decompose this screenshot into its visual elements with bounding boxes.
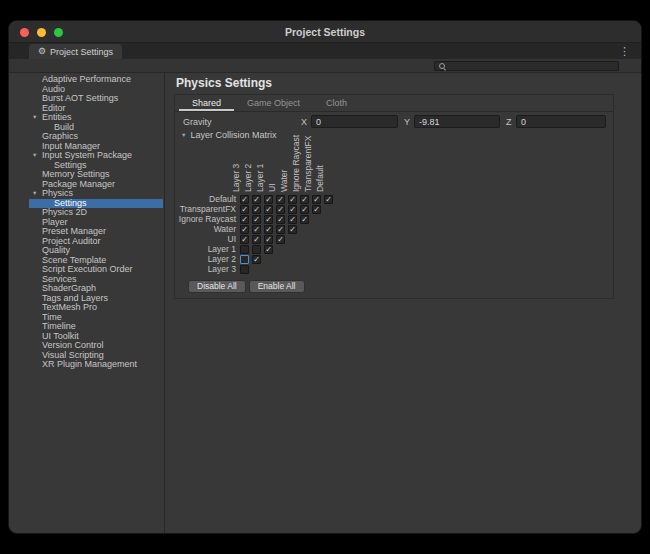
sidebar-item-input-system-package[interactable]: ▼Input System Package — [29, 151, 163, 161]
zoom-button[interactable] — [54, 28, 63, 37]
collision-checkbox-ui-x-layer-3[interactable]: ✓ — [240, 235, 249, 244]
sidebar-item-label: Settings — [54, 199, 87, 208]
sidebar-item-label: Script Execution Order — [42, 265, 133, 274]
collision-checkbox-default-x-layer-3[interactable]: ✓ — [240, 195, 249, 204]
sidebar-item-project-auditor[interactable]: Project Auditor — [29, 237, 163, 247]
sidebar-item-ui-toolkit[interactable]: UI Toolkit — [29, 332, 163, 342]
sidebar-item-shadergraph[interactable]: ShaderGraph — [29, 284, 163, 294]
sidebar-item-label: Quality — [42, 246, 70, 255]
sidebar-item-label: Physics — [42, 189, 73, 198]
enable-all-button[interactable]: Enable All — [249, 280, 305, 293]
collision-checkbox-default-x-ui[interactable]: ✓ — [276, 195, 285, 204]
sidebar-item-label: Time — [42, 313, 62, 322]
collision-checkbox-transparentfx-x-layer-1[interactable]: ✓ — [264, 205, 273, 214]
collision-checkbox-layer-3-x-layer-3[interactable] — [240, 265, 249, 274]
sidebar-item-label: Entities — [42, 113, 72, 122]
matrix-row-layer-3: Layer 3 — [175, 264, 236, 274]
collision-checkbox-default-x-default[interactable]: ✓ — [324, 195, 333, 204]
matrix-rows: Default✓✓✓✓✓✓✓✓TransparentFX✓✓✓✓✓✓✓Ignor… — [175, 95, 613, 298]
collision-checkbox-ui-x-ui[interactable]: ✓ — [276, 235, 285, 244]
collision-checkbox-ignore-raycast-x-ui[interactable]: ✓ — [276, 215, 285, 224]
search-icon — [438, 62, 446, 70]
sidebar-item-physics-settings[interactable]: Settings — [29, 199, 163, 209]
sidebar-item-time[interactable]: Time — [29, 313, 163, 323]
sidebar-item-physics-2d[interactable]: Physics 2D — [29, 208, 163, 218]
collision-checkbox-layer-2-x-layer-3[interactable] — [240, 255, 249, 264]
collision-checkbox-default-x-ignore-raycast[interactable]: ✓ — [300, 195, 309, 204]
matrix-row-layer-2: Layer 2 — [175, 254, 236, 264]
collision-checkbox-water-x-layer-1[interactable]: ✓ — [264, 225, 273, 234]
sidebar-item-label: Input System Package — [42, 151, 132, 160]
collision-checkbox-water-x-ui[interactable]: ✓ — [276, 225, 285, 234]
collision-checkbox-transparentfx-x-layer-2[interactable]: ✓ — [252, 205, 261, 214]
collision-checkbox-default-x-layer-2[interactable]: ✓ — [252, 195, 261, 204]
sidebar-item-version-control[interactable]: Version Control — [29, 341, 163, 351]
collision-checkbox-ignore-raycast-x-layer-1[interactable]: ✓ — [264, 215, 273, 224]
collision-checkbox-transparentfx-x-ignore-raycast[interactable]: ✓ — [300, 205, 309, 214]
sidebar-item-services[interactable]: Services — [29, 275, 163, 285]
sidebar-item-player[interactable]: Player — [29, 218, 163, 228]
collision-checkbox-transparentfx-x-ui[interactable]: ✓ — [276, 205, 285, 214]
collision-checkbox-ui-x-layer-1[interactable]: ✓ — [264, 235, 273, 244]
kebab-menu-icon[interactable]: ⋮ — [619, 45, 630, 58]
sidebar-item-input-manager[interactable]: Input Manager — [29, 142, 163, 152]
collision-checkbox-transparentfx-x-layer-3[interactable]: ✓ — [240, 205, 249, 214]
sidebar-item-input-system-package-settings[interactable]: Settings — [29, 161, 163, 171]
collision-checkbox-water-x-water[interactable]: ✓ — [288, 225, 297, 234]
collision-checkbox-ignore-raycast-x-water[interactable]: ✓ — [288, 215, 297, 224]
sidebar-item-script-execution-order[interactable]: Script Execution Order — [29, 265, 163, 275]
collision-checkbox-ignore-raycast-x-layer-2[interactable]: ✓ — [252, 215, 261, 224]
collision-checkbox-layer-2-x-layer-2[interactable]: ✓ — [252, 255, 261, 264]
collision-checkbox-layer-1-x-layer-1[interactable]: ✓ — [264, 245, 273, 254]
foldout-arrow-icon[interactable]: ▼ — [32, 189, 37, 199]
minimize-button[interactable] — [37, 28, 46, 37]
collision-checkbox-ignore-raycast-x-ignore-raycast[interactable]: ✓ — [300, 215, 309, 224]
project-settings-tab[interactable]: ⚙ Project Settings — [29, 44, 122, 59]
collision-checkbox-water-x-layer-3[interactable]: ✓ — [240, 225, 249, 234]
collision-checkbox-layer-1-x-layer-3[interactable] — [240, 245, 249, 254]
foldout-arrow-icon[interactable]: ▼ — [32, 113, 37, 123]
sidebar-item-quality[interactable]: Quality — [29, 246, 163, 256]
collision-checkbox-transparentfx-x-water[interactable]: ✓ — [288, 205, 297, 214]
disable-all-button[interactable]: Disable All — [188, 280, 246, 293]
collision-checkbox-default-x-water[interactable]: ✓ — [288, 195, 297, 204]
sidebar-item-textmesh-pro[interactable]: TextMesh Pro — [29, 303, 163, 313]
sidebar-item-package-manager[interactable]: Package Manager — [29, 180, 163, 190]
collision-checkbox-ignore-raycast-x-layer-3[interactable]: ✓ — [240, 215, 249, 224]
sidebar-item-label: Physics 2D — [42, 208, 87, 217]
sidebar-item-preset-manager[interactable]: Preset Manager — [29, 227, 163, 237]
sidebar-item-label: Graphics — [42, 132, 78, 141]
sidebar-item-graphics[interactable]: Graphics — [29, 132, 163, 142]
sidebar-item-label: Memory Settings — [42, 170, 110, 179]
physics-settings-box: SharedGame ObjectCloth Gravity X Y Z ▼ L… — [174, 94, 614, 299]
sidebar-item-adaptive-performance[interactable]: Adaptive Performance — [29, 75, 163, 85]
collision-checkbox-default-x-layer-1[interactable]: ✓ — [264, 195, 273, 204]
sidebar-item-label: Adaptive Performance — [42, 75, 131, 84]
sidebar-item-timeline[interactable]: Timeline — [29, 322, 163, 332]
search-field[interactable] — [434, 61, 619, 71]
collision-checkbox-default-x-transparentfx[interactable]: ✓ — [312, 195, 321, 204]
sidebar-item-editor[interactable]: Editor — [29, 104, 163, 114]
sidebar-item-tags-and-layers[interactable]: Tags and Layers — [29, 294, 163, 304]
sidebar-item-memory-settings[interactable]: Memory Settings — [29, 170, 163, 180]
sidebar-item-audio[interactable]: Audio — [29, 85, 163, 95]
collision-checkbox-layer-1-x-layer-2[interactable] — [252, 245, 261, 254]
sidebar-item-label: Player — [42, 218, 68, 227]
sidebar-item-scene-template[interactable]: Scene Template — [29, 256, 163, 266]
sidebar-item-label: Audio — [42, 85, 65, 94]
sidebar-item-label: Settings — [54, 161, 87, 170]
collision-checkbox-water-x-layer-2[interactable]: ✓ — [252, 225, 261, 234]
project-settings-tab-label: Project Settings — [50, 47, 113, 57]
search-input[interactable] — [449, 61, 615, 71]
sidebar-item-label: Editor — [42, 104, 66, 113]
sidebar-item-xr-plugin-management[interactable]: XR Plugin Management — [29, 360, 163, 370]
collision-checkbox-transparentfx-x-transparentfx[interactable]: ✓ — [312, 205, 321, 214]
sidebar-item-visual-scripting[interactable]: Visual Scripting — [29, 351, 163, 361]
sidebar-item-burst-aot-settings[interactable]: Burst AOT Settings — [29, 94, 163, 104]
sidebar-item-entities-build[interactable]: Build — [29, 123, 163, 133]
foldout-arrow-icon[interactable]: ▼ — [32, 151, 37, 161]
sidebar-item-physics[interactable]: ▼Physics — [29, 189, 163, 199]
collision-checkbox-ui-x-layer-2[interactable]: ✓ — [252, 235, 261, 244]
close-button[interactable] — [20, 28, 29, 37]
sidebar-item-entities[interactable]: ▼Entities — [29, 113, 163, 123]
